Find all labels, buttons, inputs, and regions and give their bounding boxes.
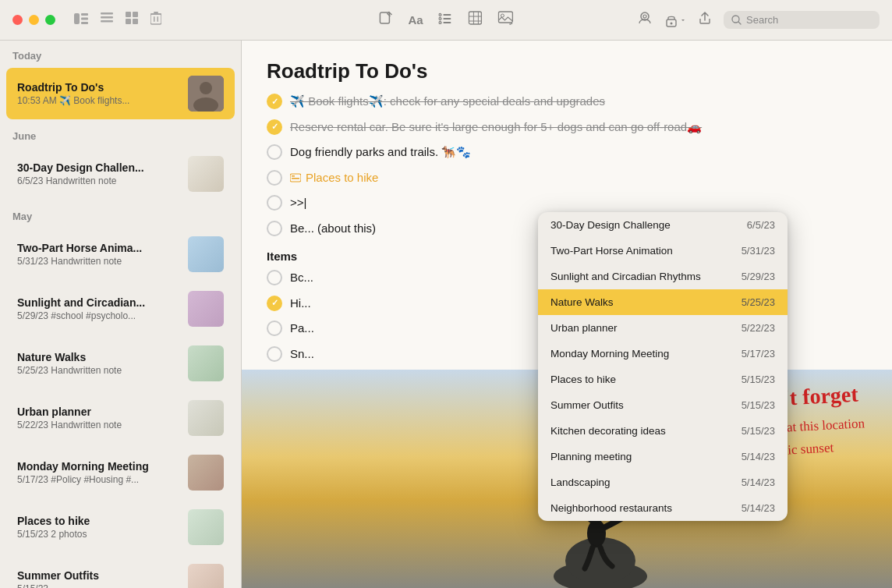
dropdown-item[interactable]: Summer Outfits 5/15/23 <box>538 392 788 418</box>
dropdown-item-title: Neighborhood restaurants <box>550 502 732 514</box>
note-item-nature[interactable]: Nature Walks 5/25/23 Handwritten note <box>6 338 235 389</box>
dropdown-item-title: Nature Walks <box>550 296 732 308</box>
note-item-urban[interactable]: Urban planner 5/22/23 Handwritten note <box>6 392 235 444</box>
note-thumbnail <box>188 509 224 545</box>
dropdown-item-title: Planning meeting <box>550 451 732 462</box>
note-title: Urban planner <box>17 406 180 418</box>
main-layout: Today Roadtrip To Do's 10:53 AM ✈️ Book … <box>0 41 892 588</box>
dropdown-item-date: 5/15/23 <box>742 374 775 385</box>
sidebar-toggle-icon[interactable] <box>74 12 88 28</box>
checklist-text-6: Be... (about this) <box>290 220 376 238</box>
check-circle-4[interactable] <box>267 170 282 186</box>
content-toolbar: Aa <box>378 11 513 29</box>
format-text-button[interactable]: Aa <box>408 13 423 27</box>
checklist-item-3: Dog friendly parks and trails. 🐕‍🦺🐾 <box>267 143 867 161</box>
dropdown-item[interactable]: 30-Day Design Challenge 6/5/23 <box>538 212 788 238</box>
svg-rect-11 <box>150 14 161 24</box>
note-meta: 5/15/23 2 photos <box>17 529 180 540</box>
dropdown-item[interactable]: Two-Part Horse Animation 5/31/23 <box>538 238 788 264</box>
svg-rect-4 <box>101 12 113 15</box>
checklist-link-4[interactable]: Places to hike <box>290 169 378 187</box>
table-button[interactable] <box>469 11 483 29</box>
svg-point-29 <box>501 14 504 17</box>
dropdown-item-date: 5/25/23 <box>742 296 775 308</box>
svg-rect-0 <box>74 13 80 24</box>
check-circle-5[interactable] <box>267 195 282 211</box>
delete-icon[interactable] <box>150 12 161 29</box>
check-circle-b3[interactable] <box>267 321 282 336</box>
dropdown-item[interactable]: Kitchen decorating ideas 5/15/23 <box>538 418 788 444</box>
check-circle-3[interactable] <box>267 144 282 160</box>
dropdown-item-date: 5/17/23 <box>742 348 775 360</box>
svg-rect-9 <box>126 19 131 24</box>
note-title: Summer Outfits <box>17 569 180 582</box>
collab-button[interactable] <box>637 11 653 29</box>
close-button[interactable] <box>12 15 23 25</box>
dropdown-item[interactable]: Monday Morning Meeting 5/17/23 <box>538 341 788 367</box>
dropdown-item-title: Kitchen decorating ideas <box>550 425 732 437</box>
note-item-roadtrip[interactable]: Roadtrip To Do's 10:53 AM ✈️ Book flight… <box>6 68 235 119</box>
dropdown-item-date: 5/14/23 <box>742 502 775 514</box>
dropdown-item-title: Landscaping <box>550 476 732 488</box>
search-bar[interactable] <box>724 11 880 29</box>
dropdown-item[interactable]: Neighborhood restaurants 5/14/23 <box>538 495 788 521</box>
dropdown-item-date: 6/5/23 <box>747 219 775 231</box>
items-text-4: Sn... <box>290 345 314 363</box>
note-title: Sunlight and Circadian... <box>17 296 180 309</box>
dropdown-item[interactable]: Planning meeting 5/14/23 <box>538 444 788 469</box>
note-item-design[interactable]: 30-Day Design Challen... 6/5/23 Handwrit… <box>6 148 235 200</box>
note-item-sunlight[interactable]: Sunlight and Circadian... 5/29/23 #schoo… <box>6 283 235 335</box>
items-text-1: Bc... <box>290 269 313 287</box>
checklist-button[interactable] <box>439 12 453 28</box>
dropdown-item[interactable]: Landscaping 5/14/23 <box>538 469 788 495</box>
dropdown-item-date: 5/15/23 <box>742 399 775 411</box>
note-item-monday[interactable]: Monday Morning Meeting 5/17/23 #Policy #… <box>6 447 235 498</box>
svg-rect-18 <box>444 14 451 16</box>
grid-view-icon[interactable] <box>126 12 138 28</box>
dropdown-item-date: 5/31/23 <box>742 245 775 257</box>
dropdown-item-date: 5/22/23 <box>742 322 775 334</box>
svg-point-21 <box>439 22 441 24</box>
dropdown-item-date: 5/14/23 <box>742 451 775 462</box>
list-view-icon[interactable] <box>101 12 113 28</box>
svg-rect-5 <box>101 16 113 19</box>
toolbar-right <box>637 11 880 29</box>
note-title: Places to hike <box>17 515 180 527</box>
svg-rect-39 <box>292 175 295 177</box>
dropdown-item[interactable]: Nature Walks 5/25/23 <box>538 289 788 315</box>
items-text-3: Pa... <box>290 320 314 338</box>
svg-rect-7 <box>126 12 131 17</box>
svg-rect-1 <box>81 13 88 16</box>
dropdown-item[interactable]: Places to hike 5/15/23 <box>538 367 788 392</box>
share-button[interactable] <box>699 11 711 29</box>
dropdown-item[interactable]: Urban planner 5/22/23 <box>538 315 788 341</box>
lock-button[interactable] <box>665 13 686 27</box>
note-item-places[interactable]: Places to hike 5/15/23 2 photos <box>6 501 235 553</box>
checklist-text-3: Dog friendly parks and trails. 🐕‍🦺🐾 <box>290 143 471 161</box>
search-input[interactable] <box>746 14 855 26</box>
checklist-item-1: ✈️ Book flights✈️: check for any special… <box>267 93 867 111</box>
note-info: Sunlight and Circadian... 5/29/23 #schoo… <box>17 296 180 321</box>
note-title: Roadtrip To Do's <box>17 81 180 94</box>
check-circle-1[interactable] <box>267 94 282 109</box>
section-june: June <box>0 121 241 147</box>
svg-point-19 <box>439 18 441 20</box>
note-meta: 5/25/23 Handwritten note <box>17 365 180 376</box>
note-meta: 10:53 AM ✈️ Book flights... <box>17 95 180 106</box>
new-note-button[interactable] <box>378 11 392 29</box>
media-button[interactable] <box>498 11 514 29</box>
checklist-text-2: Reserve rental car. Be sure it's large e… <box>290 119 702 136</box>
svg-rect-22 <box>444 22 451 23</box>
check-circle-b4[interactable] <box>267 346 282 362</box>
minimize-button[interactable] <box>29 15 39 25</box>
maximize-button[interactable] <box>45 15 55 25</box>
note-title: Nature Walks <box>17 351 180 363</box>
dropdown-item[interactable]: Sunlight and Circadian Rhythms 5/29/23 <box>538 264 788 289</box>
note-item-horse[interactable]: Two-Part Horse Anima... 5/31/23 Handwrit… <box>6 228 235 280</box>
check-circle-6[interactable] <box>267 221 282 236</box>
note-item-summer[interactable]: Summer Outfits 5/15/23 <box>6 556 235 588</box>
dropdown-item-title: Summer Outfits <box>550 399 732 411</box>
check-circle-b2[interactable] <box>267 296 282 311</box>
check-circle-2[interactable] <box>267 119 282 135</box>
check-circle-b1[interactable] <box>267 270 282 285</box>
